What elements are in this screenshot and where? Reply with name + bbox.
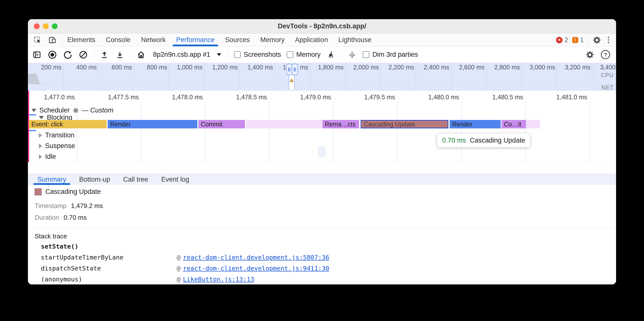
tab-summary[interactable]: Summary — [31, 174, 73, 185]
tab-memory[interactable]: Memory — [255, 34, 290, 46]
chevron-expanded-icon[interactable] — [39, 116, 44, 119]
target-select-value: 8p2n9n.csb.app #1 — [153, 51, 210, 58]
timeline-overview[interactable]: 200 ms 400 ms 600 ms 800 ms 1,000 ms 1,2… — [28, 63, 616, 91]
net-row-divider — [28, 84, 616, 84]
error-icon: × — [556, 37, 562, 43]
error-count: 2 — [564, 36, 568, 44]
target-select[interactable]: 8p2n9n.csb.app #1 — [152, 51, 223, 58]
window-title: DevTools - 8p2n9n.csb.app/ — [28, 19, 616, 33]
track-subtitle: — Custom — [82, 107, 114, 114]
chevron-collapsed-icon[interactable] — [39, 133, 42, 138]
stack-trace: setState() startUpdateTimerByLane @ reac… — [35, 243, 616, 283]
clear-icon[interactable] — [78, 50, 88, 60]
event-bar-render-2[interactable]: Render — [450, 120, 501, 128]
device-toolbar-icon[interactable] — [47, 35, 57, 45]
reload-record-icon[interactable] — [63, 50, 73, 60]
react-atom-icon — [73, 108, 79, 114]
more-options-icon[interactable] — [606, 36, 611, 44]
event-bar-effects[interactable] — [246, 120, 322, 128]
checkbox-box — [362, 51, 369, 58]
help-icon[interactable]: ? — [601, 50, 610, 59]
chevron-collapsed-icon[interactable] — [39, 144, 42, 149]
event-bar-cascading-update-selected[interactable]: Cascading Update — [361, 120, 448, 128]
event-bar-remaining-effects[interactable]: Rema…cts — [322, 120, 359, 128]
home-icon[interactable] — [136, 50, 146, 60]
event-bar-render[interactable]: Render — [108, 120, 198, 128]
record-icon[interactable] — [47, 50, 57, 60]
warning-badge[interactable]: ! 1 — [572, 36, 584, 44]
chevron-down-icon — [217, 53, 221, 56]
tab-performance[interactable]: Performance — [171, 34, 220, 46]
error-badge[interactable]: × 2 — [556, 36, 568, 44]
source-link[interactable]: LikeButton.js:13:13 — [183, 276, 254, 283]
cpu-row-label: CPU — [601, 72, 614, 79]
stack-header: setState() — [41, 243, 616, 250]
event-bar-commit-2[interactable]: Co…it — [502, 120, 526, 128]
garbage-collect-icon[interactable] — [326, 50, 336, 60]
dim-3rd-parties-checkbox[interactable]: Dim 3rd parties — [362, 51, 418, 58]
tab-lighthouse[interactable]: Lighthouse — [333, 34, 376, 46]
duration-row: Duration 0.70 ms — [35, 214, 616, 221]
marker-triangle-icon — [289, 78, 294, 82]
tooltip-duration: 0.70 ms — [442, 137, 466, 144]
details-tab-bar: Summary Bottom-up Call tree Event log — [28, 174, 616, 185]
title-bar: DevTools - 8p2n9n.csb.app/ — [28, 19, 616, 34]
source-link[interactable]: react-dom-client.development.js:5807:36 — [183, 254, 329, 261]
devtools-window: DevTools - 8p2n9n.csb.app/ Elements Cons… — [28, 19, 616, 284]
capture-settings-gear-icon[interactable] — [585, 50, 595, 60]
event-tooltip: 0.70 ms Cascading Update — [437, 133, 530, 147]
event-bar-commit[interactable]: Commit — [198, 120, 245, 128]
track-row-suspense[interactable]: Suspense — [39, 142, 75, 150]
divider — [28, 227, 616, 228]
chevron-expanded-icon[interactable] — [32, 109, 36, 112]
event-name: Cascading Update — [45, 188, 101, 196]
inspect-element-icon[interactable] — [32, 35, 42, 45]
separator — [94, 51, 94, 58]
detail-time-ruler: 1,477.0 ms 1,477.5 ms 1,478.0 ms 1,478.5… — [28, 91, 616, 106]
separator — [342, 51, 342, 58]
tooltip-label: Cascading Update — [470, 137, 525, 144]
chevron-collapsed-icon[interactable] — [39, 154, 42, 159]
tab-elements[interactable]: Elements — [62, 34, 101, 46]
track-gap — [28, 162, 616, 174]
screenshots-checkbox[interactable]: Screenshots — [234, 51, 281, 58]
tab-network[interactable]: Network — [136, 34, 171, 46]
tab-sources[interactable]: Sources — [220, 34, 255, 46]
settings-gear-icon[interactable] — [592, 35, 602, 45]
download-profile-icon[interactable] — [115, 50, 125, 60]
stack-trace-title: Stack trace — [35, 232, 616, 240]
track-header-scheduler[interactable]: Scheduler — Custom — [32, 107, 114, 114]
stack-frame: startUpdateTimerByLane @ react-dom-clien… — [41, 254, 616, 261]
stack-frame: (anonymous) @ LikeButton.js:13:13 — [41, 276, 616, 283]
memory-checkbox[interactable]: Memory — [286, 51, 321, 58]
tab-call-tree[interactable]: Call tree — [117, 174, 155, 185]
event-bar-click[interactable]: Event: click — [29, 120, 107, 128]
duration-value: 0.70 ms — [64, 214, 87, 221]
source-link[interactable]: react-dom-client.development.js:9411:30 — [183, 265, 329, 272]
selection-right-handle[interactable] — [292, 64, 298, 75]
track-row-transition[interactable]: Transition — [39, 131, 74, 139]
toggle-sidebar-icon[interactable] — [32, 50, 42, 60]
collapse-sections-icon[interactable] — [347, 50, 357, 60]
tab-bottom-up[interactable]: Bottom-up — [73, 174, 117, 185]
track-marker — [29, 114, 36, 116]
tab-console[interactable]: Console — [101, 34, 136, 46]
checkbox-box — [286, 51, 293, 58]
separator — [588, 36, 588, 44]
overview-selection-window[interactable] — [287, 64, 296, 90]
tab-event-log[interactable]: Event log — [155, 174, 196, 185]
track-row-idle[interactable]: Idle — [39, 153, 56, 160]
separator — [130, 51, 130, 58]
hover-ghost-box — [318, 147, 326, 157]
timestamp-value: 1,479.2 ms — [71, 202, 103, 210]
scheduler-track: Scheduler — Custom Blocking Event: click… — [28, 106, 616, 162]
tab-application[interactable]: Application — [290, 34, 333, 46]
stack-frame: dispatchSetState @ react-dom-client.deve… — [41, 265, 616, 272]
blocking-lane-events: Event: click Render Commit Rema…cts Casc… — [28, 120, 616, 128]
checkbox-box — [234, 51, 241, 58]
warning-count: 1 — [580, 36, 584, 44]
upload-profile-icon[interactable] — [100, 50, 110, 60]
event-legend: Cascading Update — [35, 188, 616, 196]
event-bar-tail[interactable] — [526, 120, 540, 128]
timestamp-row: Timestamp 1,479.2 ms — [35, 202, 616, 210]
